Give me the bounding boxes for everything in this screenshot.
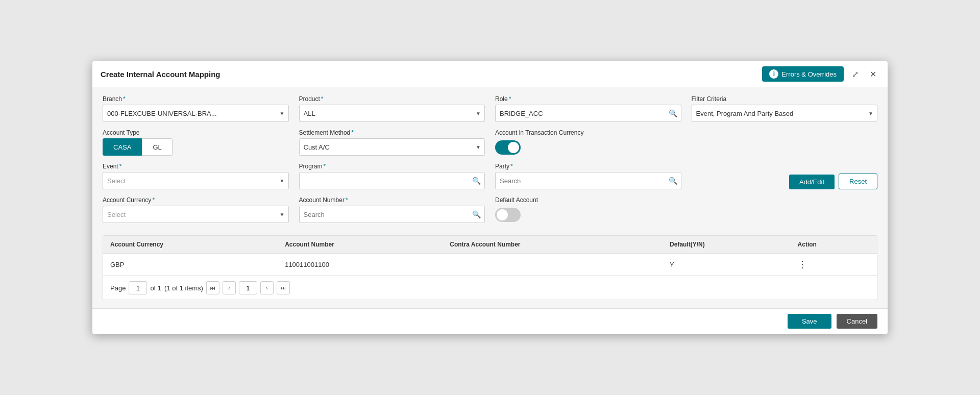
event-label: Event* [103,163,289,170]
table-header: Account Currency Account Number Contra A… [103,236,877,254]
account-in-txn-currency-group: Account in Transaction Currency [495,129,681,156]
prev-page-btn[interactable]: ‹ [223,281,236,294]
default-account-toggle[interactable] [495,208,521,222]
errors-btn-label: Errors & Overrides [781,70,837,78]
spacer-2 [692,196,878,230]
party-label: Party* [495,163,681,170]
modal-title: Create Internal Account Mapping [101,70,220,79]
filter-criteria-group: Filter Criteria Event, Program And Party… [692,95,878,122]
role-input[interactable] [495,105,681,122]
product-group: Product* ALL ▼ [299,95,485,122]
branch-select-wrapper: 000-FLEXCUBE-UNIVERSAL-BRA... ▼ [103,105,289,122]
last-page-btn[interactable]: ⏭ [277,281,290,294]
reset-button[interactable]: Reset [839,174,877,189]
cell-contra-account-number [443,254,663,276]
program-group: Program* 🔍 [299,163,485,189]
page-jump-input[interactable] [239,281,257,294]
action-btn-group: Add/Edit Reset [692,163,878,189]
default-account-group: Default Account [495,196,681,223]
accounts-table-section: Account Currency Account Number Contra A… [103,235,877,300]
account-currency-select-wrapper: Select ▼ [103,206,289,223]
cell-account-currency: GBP [103,254,278,276]
account-type-casa-btn[interactable]: CASA [103,138,142,156]
default-account-label: Default Account [495,196,681,204]
account-number-input[interactable] [299,206,485,223]
program-input[interactable] [299,172,485,189]
close-icon[interactable]: ✕ [867,68,879,80]
cell-default-yn: Y [663,254,791,276]
modal-container: Create Internal Account Mapping i Errors… [92,61,888,334]
modal-header: Create Internal Account Mapping i Errors… [92,61,888,87]
col-contra-account-number: Contra Account Number [443,236,663,254]
settlement-method-group: Settlement Method* Cust A/C ▼ [299,129,485,156]
role-label: Role* [495,95,681,103]
branch-select[interactable]: 000-FLEXCUBE-UNIVERSAL-BRA... [103,105,289,122]
account-in-txn-currency-toggle[interactable] [495,140,521,155]
table-row: GBP 110011001100 Y ⋮ [103,254,877,276]
page-label: Page [110,284,126,292]
cell-action[interactable]: ⋮ [791,254,877,276]
modal-footer: Save Cancel [92,308,888,334]
first-page-btn[interactable]: ⏮ [206,281,219,294]
account-in-txn-currency-slider [495,140,521,155]
account-currency-select[interactable]: Select [103,206,289,223]
action-menu-icon[interactable]: ⋮ [798,259,807,269]
product-select[interactable]: ALL [299,105,485,122]
account-type-group: Account Type CASA GL [103,129,289,156]
add-edit-button[interactable]: Add/Edit [789,175,835,189]
spacer-1 [692,129,878,163]
save-button[interactable]: Save [788,314,831,329]
account-in-txn-currency-label: Account in Transaction Currency [495,129,681,136]
settlement-method-select-wrapper: Cust A/C ▼ [299,138,485,156]
party-input[interactable] [495,172,681,189]
role-group: Role* 🔍 [495,95,681,122]
party-group: Party* 🔍 [495,163,681,189]
header-actions: i Errors & Overrides ⤢ ✕ [762,66,879,82]
settlement-method-select[interactable]: Cust A/C [299,138,485,156]
account-number-group: Account Number* 🔍 [299,196,485,223]
branch-group: Branch* 000-FLEXCUBE-UNIVERSAL-BRA... ▼ [103,95,289,122]
modal-body: Branch* 000-FLEXCUBE-UNIVERSAL-BRA... ▼ … [92,87,888,308]
event-select-wrapper: Select ▼ [103,172,289,189]
col-account-currency: Account Currency [103,236,278,254]
account-number-label: Account Number* [299,196,485,204]
cell-account-number: 110011001100 [278,254,443,276]
errors-overrides-button[interactable]: i Errors & Overrides [762,66,844,82]
form-grid: Branch* 000-FLEXCUBE-UNIVERSAL-BRA... ▼ … [103,95,877,230]
program-label: Program* [299,163,485,170]
settlement-method-label: Settlement Method* [299,129,485,136]
of-label: of 1 [150,284,161,292]
pagination: Page of 1 (1 of 1 items) ⏮ ‹ › ⏭ [103,276,877,300]
account-type-toggle: CASA GL [103,138,289,156]
next-page-btn[interactable]: › [260,281,274,294]
expand-icon[interactable]: ⤢ [849,68,862,80]
program-search-wrapper: 🔍 [299,172,485,189]
items-label: (1 of 1 items) [164,284,203,292]
filter-criteria-select-wrapper: Event, Program And Party Based ▼ [692,105,878,122]
account-currency-group: Account Currency* Select ▼ [103,196,289,223]
filter-criteria-select[interactable]: Event, Program And Party Based [692,105,878,122]
product-label: Product* [299,95,485,103]
role-search-wrapper: 🔍 [495,105,681,122]
branch-label: Branch* [103,95,289,103]
table-body: GBP 110011001100 Y ⋮ [103,254,877,276]
product-select-wrapper: ALL ▼ [299,105,485,122]
info-icon: i [769,69,778,79]
col-action: Action [791,236,877,254]
account-number-search-wrapper: 🔍 [299,206,485,223]
page-number-input[interactable] [129,281,147,294]
cancel-button[interactable]: Cancel [837,314,877,329]
accounts-table: Account Currency Account Number Contra A… [103,236,877,276]
col-default-yn: Default(Y/N) [663,236,791,254]
account-type-label: Account Type [103,129,289,136]
event-select[interactable]: Select [103,172,289,189]
account-currency-label: Account Currency* [103,196,289,204]
event-group: Event* Select ▼ [103,163,289,189]
default-account-slider [495,208,521,222]
account-type-gl-btn[interactable]: GL [142,138,172,156]
col-account-number: Account Number [278,236,443,254]
party-search-wrapper: 🔍 [495,172,681,189]
filter-criteria-label: Filter Criteria [692,95,878,103]
